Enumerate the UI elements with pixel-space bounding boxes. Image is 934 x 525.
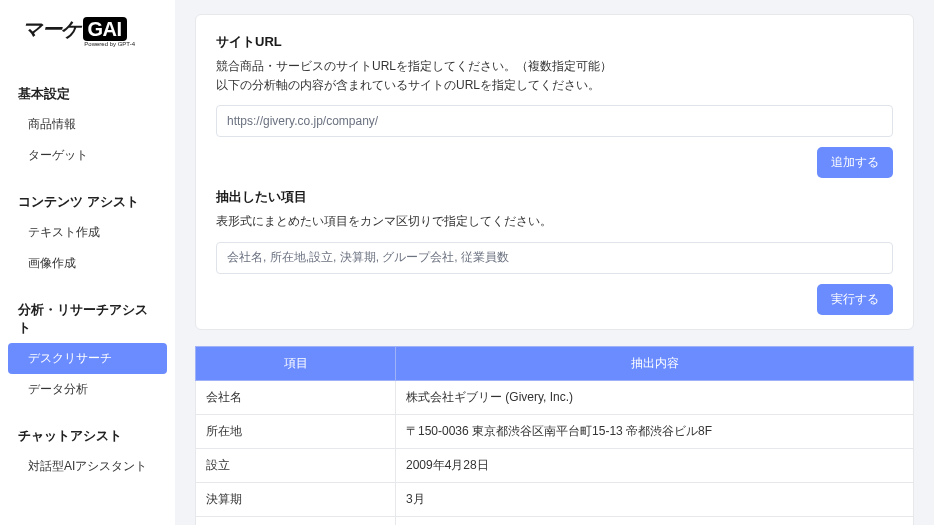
- logo-sub: Powered by GPT-4: [22, 41, 157, 47]
- result-table: 項目 抽出内容 会社名株式会社ギブリー (Givery, Inc.)所在地〒15…: [195, 346, 914, 525]
- fields-input[interactable]: [216, 242, 893, 274]
- nav-item[interactable]: デスクリサーチ: [8, 343, 167, 374]
- nav-item[interactable]: 画像作成: [0, 248, 175, 279]
- nav-heading: コンテンツ アシスト: [0, 187, 175, 217]
- url-section-title: サイトURL: [216, 33, 893, 51]
- nav-item[interactable]: データ分析: [0, 374, 175, 405]
- table-cell: 決算期: [196, 482, 396, 516]
- table-cell: 〒150-0036 東京都渋谷区南平台町15-13 帝都渋谷ビル8F: [396, 414, 914, 448]
- table-cell: グループ会社: [196, 516, 396, 525]
- url-section-desc: 競合商品・サービスのサイトURLを指定してください。（複数指定可能） 以下の分析…: [216, 57, 893, 95]
- table-cell: 設立: [196, 448, 396, 482]
- fields-section-desc: 表形式にまとめたい項目をカンマ区切りで指定してください。: [216, 212, 893, 231]
- sidebar: マーケGAI Powered by GPT-4 基本設定商品情報ターゲットコンテ…: [0, 0, 175, 525]
- url-input[interactable]: [216, 105, 893, 137]
- nav-item[interactable]: 商品情報: [0, 109, 175, 140]
- main-content: サイトURL 競合商品・サービスのサイトURLを指定してください。（複数指定可能…: [175, 0, 934, 525]
- add-button[interactable]: 追加する: [817, 147, 893, 178]
- table-row: 決算期3月: [196, 482, 914, 516]
- nav-item[interactable]: 対話型AIアシスタント: [0, 451, 175, 482]
- table-cell: 株式会社Resola (リゾラ), 株式会社セキュアサイクル (Secure C…: [396, 516, 914, 525]
- nav-item[interactable]: テキスト作成: [0, 217, 175, 248]
- table-row: グループ会社株式会社Resola (リゾラ), 株式会社セキュアサイクル (Se…: [196, 516, 914, 525]
- run-button[interactable]: 実行する: [817, 284, 893, 315]
- nav-heading: 基本設定: [0, 79, 175, 109]
- table-cell: 3月: [396, 482, 914, 516]
- table-row: 所在地〒150-0036 東京都渋谷区南平台町15-13 帝都渋谷ビル8F: [196, 414, 914, 448]
- table-cell: 2009年4月28日: [396, 448, 914, 482]
- nav: 基本設定商品情報ターゲットコンテンツ アシストテキスト作成画像作成分析・リサーチ…: [0, 79, 175, 482]
- table-header-content: 抽出内容: [396, 346, 914, 380]
- table-cell: 株式会社ギブリー (Givery, Inc.): [396, 380, 914, 414]
- nav-heading: チャットアシスト: [0, 421, 175, 451]
- fields-section-title: 抽出したい項目: [216, 188, 893, 206]
- table-cell: 所在地: [196, 414, 396, 448]
- form-card: サイトURL 競合商品・サービスのサイトURLを指定してください。（複数指定可能…: [195, 14, 914, 330]
- nav-item[interactable]: ターゲット: [0, 140, 175, 171]
- table-header-item: 項目: [196, 346, 396, 380]
- table-row: 設立2009年4月28日: [196, 448, 914, 482]
- logo-prefix: マーケ: [22, 18, 81, 40]
- table-cell: 会社名: [196, 380, 396, 414]
- logo-badge: GAI: [83, 17, 127, 41]
- nav-heading: 分析・リサーチアシスト: [0, 295, 175, 343]
- table-row: 会社名株式会社ギブリー (Givery, Inc.): [196, 380, 914, 414]
- logo: マーケGAI Powered by GPT-4: [0, 16, 175, 63]
